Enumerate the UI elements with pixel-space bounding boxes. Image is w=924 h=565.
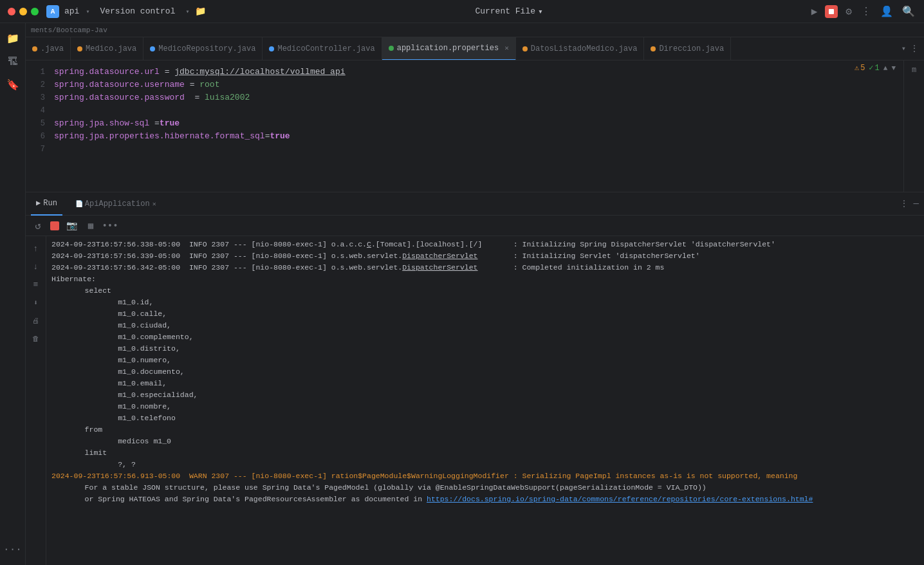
breadcrumb-bar: ments/Bootcamp-Jav [26, 23, 924, 37]
scroll-down-icon[interactable]: ↓ [29, 259, 43, 273]
tab-api-application[interactable]: 📄 ApiApplication ✕ [70, 192, 162, 216]
gutter-top: ⚠ 5 ✓ 1 ▲ ▼ [855, 63, 896, 73]
tab-settings-icon[interactable]: ⋮ [910, 43, 919, 54]
console-line-ciudad: m1_0.ciudad, [51, 320, 919, 331]
more-icon[interactable]: ⋮ [860, 4, 873, 19]
main-layout: 📁 🏗 🔖 ··· ments/Bootcamp-Jav .java Medic… [0, 23, 924, 565]
stop-button[interactable] [825, 5, 838, 18]
maximize-button[interactable] [31, 8, 39, 15]
console-line-stable: For a stable JSON structure, please use … [51, 482, 919, 494]
tab-appProps[interactable]: application.properties ✕ [382, 37, 516, 60]
panel-minimize-icon[interactable]: ─ [914, 199, 919, 209]
code-line-7 [54, 143, 898, 156]
code-line-1: spring.datasource.url = jdbc:mysql://loc… [54, 66, 898, 79]
restart-button[interactable]: ↺ [31, 219, 45, 233]
minimize-button[interactable] [19, 8, 27, 15]
docs-link[interactable]: https://docs.spring.io/spring-data/commo… [427, 495, 813, 503]
tab-medicoCtrl[interactable]: MedicoController.java [263, 37, 382, 60]
layout-button[interactable]: ▦ [84, 219, 98, 233]
tab-bar-end: ▾ ⋮ [901, 43, 924, 54]
vc-chevron[interactable]: ▾ [185, 8, 189, 15]
scroll-up-icon[interactable]: ↑ [29, 241, 43, 255]
project-name[interactable]: api [64, 6, 79, 16]
run-side-icons: ↑ ↓ ≡ ⬇ 🖨 🗑 [26, 236, 46, 565]
console-line-calle: m1_0.calle, [51, 308, 919, 320]
console-line-email: m1_0.email, [51, 378, 919, 389]
console-line-documento: m1_0.documento, [51, 366, 919, 378]
app-icon: A [46, 5, 59, 18]
bottom-panel-header: ▶ Run 📄 ApiApplication ✕ ⋮ ─ [26, 192, 924, 216]
ok-badge: ✓ 1 [869, 63, 879, 73]
tab-medicoRepo[interactable]: MedicoRepository.java [143, 37, 263, 60]
console-output: 2024-09-23T16:57:56.338-05:00 INFO 2307 … [46, 236, 924, 565]
console-line-complemento: m1_0.complemento, [51, 331, 919, 343]
tab-datosListado[interactable]: DatosListadoMedico.java [516, 37, 645, 60]
console-line-warn: 2024-09-23T16:57:56.913-05:00 WARN 2307 … [51, 470, 919, 482]
console-line-from: from [51, 424, 919, 436]
snapshot-button[interactable]: 📷 [64, 219, 79, 233]
vc-label[interactable]: Version control [100, 6, 175, 16]
right-icon-1[interactable]: m [912, 66, 916, 75]
console-line-hibernate: Hibernate: [51, 273, 919, 285]
close-button[interactable] [8, 8, 15, 15]
tab-close-appProps[interactable]: ✕ [504, 44, 509, 52]
console-line-numero: m1_0.numero, [51, 355, 919, 366]
panel-more-icon[interactable]: ⋮ [900, 198, 909, 209]
search-icon[interactable]: 🔍 [901, 4, 916, 19]
sidebar-icons: 📁 🏗 🔖 ··· [0, 23, 26, 565]
tab-java1[interactable]: .java [26, 37, 71, 60]
code-line-5: spring.jpa.show-sql =true [54, 117, 898, 130]
console-line-medicos: medicos m1_0 [51, 436, 919, 447]
code-line-3: spring.datasource.password = luisa2002 [54, 91, 898, 104]
tab-bar: .java Medico.java MedicoRepository.java … [26, 37, 924, 60]
console-line-1: 2024-09-23T16:57:56.338-05:00 INFO 2307 … [51, 239, 919, 250]
tab-direccion[interactable]: Direccion.java [644, 37, 731, 60]
tab-medico[interactable]: Medico.java [71, 37, 143, 60]
sidebar-item-more[interactable]: ··· [3, 539, 23, 560]
nav-down-icon[interactable]: ▼ [891, 64, 896, 72]
sidebar-item-project[interactable]: 📁 [3, 28, 23, 49]
soft-wrap-icon[interactable]: ≡ [29, 277, 43, 292]
line-numbers: 1 2 3 4 5 6 7 [26, 60, 49, 192]
console-line-limit: limit [51, 447, 919, 459]
code-line-4 [54, 104, 898, 117]
editor-wrapper: 1 2 3 4 5 6 7 spring.datasource.url = jd… [26, 60, 924, 192]
tab-close-api[interactable]: ✕ [152, 200, 156, 208]
settings-icon[interactable]: ⚙ [844, 4, 853, 19]
scroll-bottom-icon[interactable]: ⬇ [29, 295, 43, 310]
stop-run-button[interactable] [50, 221, 59, 230]
panel-controls: ⋮ ─ [900, 198, 919, 209]
run-button[interactable]: ▶ [810, 4, 819, 19]
sidebar-item-bookmarks[interactable]: 🔖 [3, 75, 23, 95]
breadcrumb-text: ments/Bootcamp-Jav [31, 26, 107, 34]
folder-icon: 📁 [195, 6, 206, 17]
more-run-button[interactable]: ••• [103, 219, 117, 233]
code-content: spring.datasource.url = jdbc:mysql://loc… [49, 60, 903, 192]
console-line-params: ?, ? [51, 459, 919, 470]
profile-icon[interactable]: 👤 [879, 4, 894, 19]
print-icon[interactable]: 🖨 [29, 313, 43, 328]
traffic-lights [8, 8, 39, 15]
project-chevron[interactable]: ▾ [86, 8, 89, 15]
tab-run[interactable]: ▶ Run [31, 192, 62, 216]
editor-area: ments/Bootcamp-Jav .java Medico.java Med… [26, 23, 924, 565]
clear-icon[interactable]: 🗑 [29, 331, 43, 346]
console-line-nombre: m1_0.nombre, [51, 401, 919, 412]
sidebar-item-structure[interactable]: 🏗 [3, 51, 23, 72]
console-line-hateoas: or Spring HATEOAS and Spring Data's Page… [51, 494, 919, 505]
tab-overflow-btn[interactable]: ▾ [901, 44, 906, 53]
console-line-select: select [51, 285, 919, 297]
code-line-2: spring.datasource.username = root [54, 79, 898, 91]
current-file-button[interactable]: Current File ▾ [475, 6, 542, 17]
title-center: Current File ▾ [214, 6, 805, 17]
console-layout: ↑ ↓ ≡ ⬇ 🖨 🗑 2024-09-23T16:57:56.338-05:0… [26, 236, 924, 565]
nav-up-icon[interactable]: ▲ [883, 64, 888, 72]
console-line-3: 2024-09-23T16:57:56.342-05:00 INFO 2307 … [51, 262, 919, 273]
title-bar: A api ▾ Version control ▾ 📁 Current File… [0, 0, 924, 23]
bottom-panel: ▶ Run 📄 ApiApplication ✕ ⋮ ─ ↺ 📷 ▦ [26, 192, 924, 565]
right-sidebar: m [903, 60, 924, 192]
code-line-6: spring.jpa.properties.hibernate.format_s… [54, 130, 898, 143]
title-actions: ▶ ⚙ ⋮ 👤 🔍 [810, 4, 916, 19]
warning-badge: ⚠ 5 [855, 63, 865, 73]
run-toolbar: ↺ 📷 ▦ ••• [26, 216, 924, 236]
